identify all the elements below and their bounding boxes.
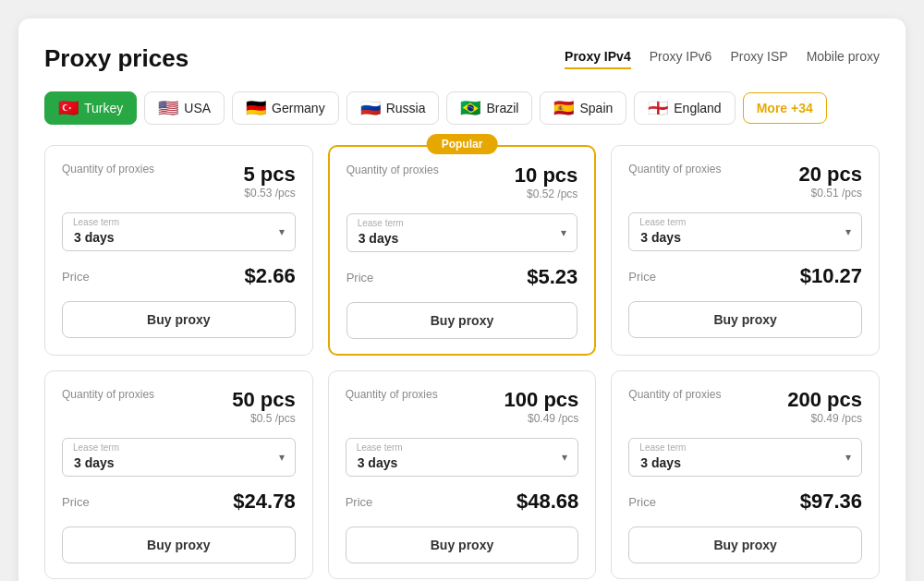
flag-england: 🏴󠁧󠁢󠁥󠁮󠁧󠁿	[648, 100, 668, 116]
quantity-value-100pcs: 100 pcs $0.49 /pcs	[505, 388, 579, 425]
card-top-10pcs: Quantity of proxies 10 pcs $0.52 /pcs	[346, 163, 578, 200]
country-tab-england[interactable]: 🏴󠁧󠁢󠁥󠁮󠁧󠁿 England	[634, 91, 735, 125]
price-row-100pcs: Price $48.68	[346, 490, 579, 514]
card-top-200pcs: Quantity of proxies 200 pcs $0.49 /pcs	[628, 388, 862, 425]
tab-isp[interactable]: Proxy ISP	[730, 49, 787, 69]
popular-badge: Popular	[427, 134, 498, 154]
quantity-value-10pcs: 10 pcs $0.52 /pcs	[515, 163, 578, 200]
lease-select-wrapper-20pcs: Lease term 3 days ▾	[628, 212, 862, 251]
main-container: Proxy prices Proxy IPv4 Proxy IPv6 Proxy…	[18, 18, 906, 581]
quantity-value-20pcs: 20 pcs $0.51 /pcs	[798, 163, 862, 200]
price-card-200pcs: Quantity of proxies 200 pcs $0.49 /pcs L…	[611, 370, 880, 579]
tab-ipv4[interactable]: Proxy IPv4	[565, 49, 631, 69]
quantity-pcs-200pcs: 200 pcs	[787, 388, 862, 412]
price-label-50pcs: Price	[62, 495, 90, 509]
buy-button-50pcs[interactable]: Buy proxy	[62, 527, 296, 563]
country-label-usa: USA	[184, 101, 211, 115]
country-label-turkey: Turkey	[84, 101, 123, 115]
quantity-perpcs-200pcs: $0.49 /pcs	[787, 412, 862, 425]
header: Proxy prices Proxy IPv4 Proxy IPv6 Proxy…	[44, 44, 880, 73]
page-title: Proxy prices	[44, 44, 188, 73]
quantity-perpcs-50pcs: $0.5 /pcs	[232, 412, 296, 425]
country-tab-russia[interactable]: 🇷🇺 Russia	[346, 91, 440, 125]
quantity-value-5pcs: 5 pcs $0.53 /pcs	[243, 163, 295, 200]
country-label-brazil: Brazil	[486, 101, 518, 115]
country-tab-germany[interactable]: 🇩🇪 Germany	[232, 91, 339, 125]
flag-brazil: 🇧🇷	[460, 100, 480, 116]
price-row-50pcs: Price $24.78	[62, 490, 296, 514]
price-row-20pcs: Price $10.27	[628, 264, 862, 288]
country-label-germany: Germany	[272, 101, 325, 115]
country-label-russia: Russia	[386, 101, 426, 115]
price-amount-20pcs: $10.27	[800, 264, 862, 288]
price-label-20pcs: Price	[628, 270, 656, 284]
lease-select-200pcs[interactable]: 3 days	[628, 438, 862, 477]
lease-select-wrapper-100pcs: Lease term 3 days ▾	[346, 438, 579, 477]
buy-button-20pcs[interactable]: Buy proxy	[628, 301, 862, 338]
quantity-pcs-5pcs: 5 pcs	[243, 163, 295, 187]
price-card-10pcs: Popular Quantity of proxies 10 pcs $0.52…	[328, 145, 597, 356]
price-row-200pcs: Price $97.36	[628, 490, 862, 514]
lease-select-10pcs[interactable]: 3 days	[346, 213, 578, 252]
price-amount-5pcs: $2.66	[245, 264, 296, 288]
quantity-label-200pcs: Quantity of proxies	[628, 388, 721, 401]
flag-russia: 🇷🇺	[360, 100, 381, 116]
price-amount-200pcs: $97.36	[800, 490, 862, 514]
price-label-5pcs: Price	[62, 270, 90, 284]
price-label-200pcs: Price	[628, 495, 656, 509]
price-amount-100pcs: $48.68	[517, 490, 578, 514]
quantity-label-10pcs: Quantity of proxies	[346, 163, 439, 176]
lease-select-100pcs[interactable]: 3 days	[346, 438, 579, 477]
lease-select-wrapper-200pcs: Lease term 3 days ▾	[628, 438, 862, 477]
tab-mobile[interactable]: Mobile proxy	[807, 49, 880, 69]
quantity-label-50pcs: Quantity of proxies	[62, 388, 154, 401]
country-tab-spain[interactable]: 🇪🇸 Spain	[540, 91, 626, 125]
card-top-5pcs: Quantity of proxies 5 pcs $0.53 /pcs	[62, 163, 296, 200]
lease-select-wrapper-50pcs: Lease term 3 days ▾	[62, 438, 296, 477]
quantity-label-5pcs: Quantity of proxies	[62, 163, 154, 176]
price-card-100pcs: Quantity of proxies 100 pcs $0.49 /pcs L…	[328, 370, 597, 579]
lease-select-20pcs[interactable]: 3 days	[628, 212, 862, 251]
price-card-50pcs: Quantity of proxies 50 pcs $0.5 /pcs Lea…	[44, 370, 313, 579]
more-countries-button[interactable]: More +34	[743, 92, 827, 124]
price-card-20pcs: Quantity of proxies 20 pcs $0.51 /pcs Le…	[611, 145, 880, 356]
quantity-label-100pcs: Quantity of proxies	[346, 388, 438, 401]
price-label-10pcs: Price	[346, 271, 374, 284]
price-card-5pcs: Quantity of proxies 5 pcs $0.53 /pcs Lea…	[44, 145, 313, 356]
flag-turkey: 🇹🇷	[58, 100, 79, 116]
buy-button-200pcs[interactable]: Buy proxy	[628, 527, 862, 563]
card-top-20pcs: Quantity of proxies 20 pcs $0.51 /pcs	[628, 163, 862, 200]
lease-select-50pcs[interactable]: 3 days	[62, 438, 296, 477]
quantity-value-200pcs: 200 pcs $0.49 /pcs	[787, 388, 862, 425]
nav-tabs: Proxy IPv4 Proxy IPv6 Proxy ISP Mobile p…	[565, 49, 880, 69]
flag-germany: 🇩🇪	[246, 100, 266, 116]
buy-button-10pcs[interactable]: Buy proxy	[346, 302, 578, 339]
country-tab-turkey[interactable]: 🇹🇷 Turkey	[44, 91, 137, 125]
price-row-10pcs: Price $5.23	[346, 265, 578, 289]
country-label-spain: Spain	[579, 101, 613, 115]
quantity-perpcs-10pcs: $0.52 /pcs	[515, 188, 578, 200]
quantity-label-20pcs: Quantity of proxies	[628, 163, 721, 176]
country-tab-usa[interactable]: 🇺🇸 USA	[144, 91, 225, 125]
country-tabs: 🇹🇷 Turkey 🇺🇸 USA 🇩🇪 Germany 🇷🇺 Russia 🇧🇷…	[44, 91, 880, 125]
quantity-perpcs-100pcs: $0.49 /pcs	[505, 412, 579, 425]
quantity-pcs-50pcs: 50 pcs	[232, 388, 296, 412]
buy-button-5pcs[interactable]: Buy proxy	[62, 301, 296, 338]
lease-select-5pcs[interactable]: 3 days	[62, 212, 296, 251]
flag-spain: 🇪🇸	[553, 100, 574, 116]
price-label-100pcs: Price	[346, 495, 373, 509]
quantity-pcs-10pcs: 10 pcs	[515, 163, 578, 188]
quantity-pcs-100pcs: 100 pcs	[505, 388, 579, 412]
buy-button-100pcs[interactable]: Buy proxy	[346, 527, 579, 563]
flag-usa: 🇺🇸	[158, 100, 178, 116]
quantity-perpcs-5pcs: $0.53 /pcs	[243, 187, 295, 200]
quantity-pcs-20pcs: 20 pcs	[798, 163, 862, 187]
price-row-5pcs: Price $2.66	[62, 264, 296, 288]
country-tab-brazil[interactable]: 🇧🇷 Brazil	[446, 91, 532, 125]
card-top-100pcs: Quantity of proxies 100 pcs $0.49 /pcs	[346, 388, 579, 425]
quantity-perpcs-20pcs: $0.51 /pcs	[798, 187, 862, 200]
lease-select-wrapper-5pcs: Lease term 3 days ▾	[62, 212, 296, 251]
tab-ipv6[interactable]: Proxy IPv6	[650, 49, 712, 69]
quantity-value-50pcs: 50 pcs $0.5 /pcs	[232, 388, 296, 425]
pricing-grid: Quantity of proxies 5 pcs $0.53 /pcs Lea…	[44, 145, 880, 579]
